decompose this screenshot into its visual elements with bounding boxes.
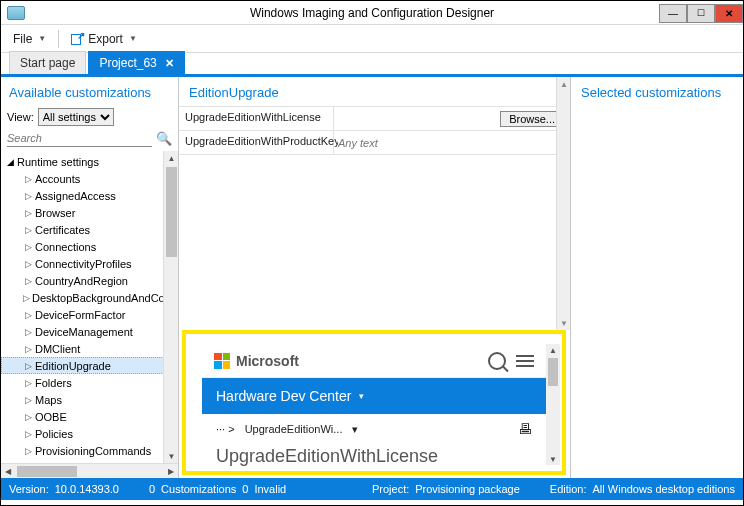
tree-item-label: CountryAndRegion — [33, 275, 128, 287]
tree-item-editionupgrade[interactable]: ▷EditionUpgrade — [1, 357, 178, 374]
expand-icon[interactable]: ▷ — [23, 378, 33, 388]
scroll-left-icon[interactable]: ◀ — [1, 464, 15, 479]
tree-item-countryandregion[interactable]: ▷CountryAndRegion — [1, 272, 178, 289]
file-menu-label: File — [13, 32, 32, 46]
mid-v-scrollbar[interactable]: ▲ ▼ — [556, 77, 570, 330]
tree-item-browser[interactable]: ▷Browser — [1, 204, 178, 221]
expand-icon[interactable]: ▷ — [23, 327, 33, 337]
tree-item-desktopbackgroundandcolors[interactable]: ▷DesktopBackgroundAndColors — [1, 289, 178, 306]
collapse-icon[interactable]: ◢ — [5, 157, 15, 167]
tree-item-dmclient[interactable]: ▷DMClient — [1, 340, 178, 357]
settings-tree[interactable]: ◢Runtime settings▷Accounts▷AssignedAcces… — [1, 151, 178, 463]
expand-icon[interactable]: ▷ — [23, 395, 33, 405]
tree-item-label: Accounts — [33, 173, 80, 185]
search-input[interactable] — [7, 130, 152, 147]
tree-item-label: ConnectivityProfiles — [33, 258, 132, 270]
edition-value: All Windows desktop editions — [593, 483, 735, 495]
tree-item-label: EditionUpgrade — [33, 360, 111, 372]
tree-item-label: Policies — [33, 428, 73, 440]
property-value-input[interactable] — [338, 137, 566, 149]
expand-icon[interactable]: ▷ — [23, 412, 33, 422]
tab-start-page[interactable]: Start page — [9, 51, 86, 74]
expand-icon[interactable]: ▷ — [23, 276, 33, 286]
version-label: Version: — [9, 483, 49, 495]
scroll-thumb[interactable] — [548, 358, 558, 386]
tree-item-certificates[interactable]: ▷Certificates — [1, 221, 178, 238]
tree-item-assignedaccess[interactable]: ▷AssignedAccess — [1, 187, 178, 204]
hamburger-icon[interactable] — [516, 355, 534, 367]
search-icon[interactable] — [488, 352, 506, 370]
export-menu[interactable]: Export ▼ — [65, 29, 143, 49]
expand-icon[interactable]: ▷ — [23, 429, 33, 439]
doc-section-label: Hardware Dev Center — [216, 388, 351, 404]
menubar: File ▼ Export ▼ — [1, 25, 743, 53]
scroll-up-icon[interactable]: ▲ — [164, 151, 178, 165]
breadcrumb-item[interactable]: UpgradeEditionWi... — [245, 423, 343, 435]
expand-icon[interactable]: ▷ — [23, 344, 33, 354]
tree-item-label: Maps — [33, 394, 62, 406]
expand-icon[interactable]: ▷ — [23, 259, 33, 269]
expand-icon[interactable]: ▷ — [23, 225, 33, 235]
scroll-up-icon[interactable]: ▲ — [557, 77, 571, 91]
expand-icon[interactable]: ▷ — [23, 293, 30, 303]
scroll-down-icon[interactable]: ▼ — [546, 453, 560, 465]
tree-item-oobe[interactable]: ▷OOBE — [1, 408, 178, 425]
tree-v-scrollbar[interactable]: ▲ ▼ — [163, 151, 178, 463]
property-name: UpgradeEditionWithLicense — [179, 107, 334, 130]
maximize-button[interactable]: ☐ — [687, 4, 715, 23]
available-customizations-title: Available customizations — [1, 77, 178, 106]
browse-button[interactable]: Browse... — [500, 111, 564, 127]
tree-root-label: Runtime settings — [15, 156, 99, 168]
scroll-thumb[interactable] — [166, 167, 177, 257]
tree-item-accounts[interactable]: ▷Accounts — [1, 170, 178, 187]
tree-item-policies[interactable]: ▷Policies — [1, 425, 178, 442]
property-row: UpgradeEditionWithLicenseBrowse... — [179, 107, 570, 131]
menu-separator — [58, 30, 59, 48]
view-select[interactable]: All settings — [38, 108, 114, 126]
tree-item-devicemanagement[interactable]: ▷DeviceManagement — [1, 323, 178, 340]
expand-icon[interactable]: ▷ — [23, 208, 33, 218]
tree-item-label: DeviceManagement — [33, 326, 133, 338]
tree-item-maps[interactable]: ▷Maps — [1, 391, 178, 408]
scroll-down-icon[interactable]: ▼ — [557, 316, 571, 330]
expand-icon[interactable]: ▷ — [23, 310, 33, 320]
close-button[interactable]: ✕ — [715, 4, 743, 23]
expand-icon[interactable]: ▷ — [23, 242, 33, 252]
expand-icon[interactable]: ▷ — [23, 446, 33, 456]
expand-icon[interactable]: ▷ — [23, 361, 33, 371]
tree-item-label: DesktopBackgroundAndColors — [30, 292, 178, 304]
tree-item-connectivityprofiles[interactable]: ▷ConnectivityProfiles — [1, 255, 178, 272]
file-menu[interactable]: File ▼ — [7, 29, 52, 49]
tree-item-label: Certificates — [33, 224, 90, 236]
chevron-down-icon[interactable]: ▾ — [352, 423, 358, 436]
expand-icon[interactable]: ▷ — [23, 191, 33, 201]
doc-section-bar[interactable]: Hardware Dev Center ▾ — [202, 378, 546, 414]
tree-item-folders[interactable]: ▷Folders — [1, 374, 178, 391]
minimize-button[interactable]: — — [659, 4, 687, 23]
breadcrumb-prefix[interactable]: ··· > — [216, 423, 235, 435]
doc-v-scrollbar[interactable]: ▲ ▼ — [546, 344, 560, 465]
tab-label: Start page — [20, 56, 75, 70]
tree-item-deviceformfactor[interactable]: ▷DeviceFormFactor — [1, 306, 178, 323]
tab-label: Project_63 — [99, 56, 156, 70]
tree-item-provisioningcommands[interactable]: ▷ProvisioningCommands — [1, 442, 178, 459]
scroll-down-icon[interactable]: ▼ — [164, 449, 178, 463]
tree-item-connections[interactable]: ▷Connections — [1, 238, 178, 255]
doc-highlight: Microsoft Hardware Dev Center ▾ ··· > Up… — [182, 330, 566, 475]
search-icon[interactable]: 🔍 — [156, 131, 172, 146]
scroll-up-icon[interactable]: ▲ — [546, 344, 560, 356]
scroll-thumb[interactable] — [17, 466, 77, 477]
scroll-right-icon[interactable]: ▶ — [164, 464, 178, 479]
chevron-down-icon: ▾ — [359, 391, 364, 401]
project-value: Provisioning package — [415, 483, 520, 495]
tree-wrap: ◢Runtime settings▷Accounts▷AssignedAcces… — [1, 151, 178, 463]
right-panel: Selected customizations — [571, 77, 743, 478]
view-label: View: — [7, 111, 34, 123]
tree-h-scrollbar[interactable]: ◀ ▶ — [1, 463, 178, 478]
close-tab-icon[interactable]: ✕ — [165, 57, 174, 70]
tree-root[interactable]: ◢Runtime settings — [1, 153, 178, 170]
expand-icon[interactable]: ▷ — [23, 174, 33, 184]
print-icon[interactable]: 🖶 — [518, 421, 532, 437]
middle-panel: EditionUpgrade UpgradeEditionWithLicense… — [179, 77, 571, 478]
tab-project[interactable]: Project_63 ✕ — [88, 51, 184, 74]
